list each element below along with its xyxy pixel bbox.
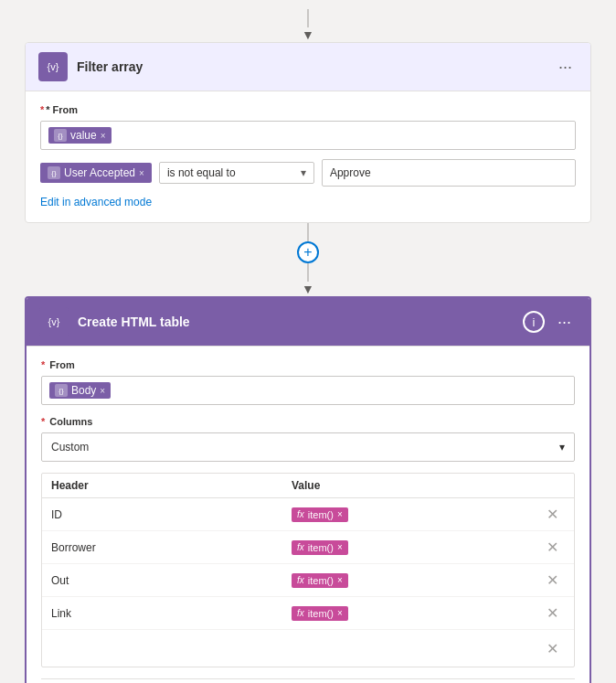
value-col-label: Value: [292, 479, 532, 492]
fx-value-id: item(): [308, 509, 334, 520]
fx-token-borrower: fx item() ×: [292, 540, 348, 555]
user-accepted-icon: {}: [48, 166, 60, 179]
table-row: ID fx item() × ✕: [42, 498, 574, 531]
columns-chevron-icon: ▾: [559, 441, 565, 454]
filter-array-body: ** From {} value × {} User Accepted × is…: [26, 91, 590, 222]
fx-value-out: item(): [308, 575, 334, 586]
fx-token-link: fx item() ×: [292, 606, 348, 621]
table-row: Link fx item() × ✕: [42, 597, 574, 630]
table-row-empty: ✕: [42, 630, 574, 667]
edit-advanced-button[interactable]: Edit in advanced mode: [40, 196, 152, 208]
operator-chevron-icon: ▾: [301, 166, 306, 179]
fx-label-out: fx: [297, 575, 304, 585]
header-text-out: Out: [51, 574, 69, 587]
filter-array-icon-text: {v}: [48, 61, 59, 72]
create-html-title: Create HTML table: [78, 315, 523, 329]
header-cell-link[interactable]: Link: [48, 607, 292, 620]
top-connector: ▼: [302, 9, 314, 42]
filter-array-menu: ···: [553, 56, 578, 79]
filter-array-card: {v} Filter array ··· ** From {} value × …: [25, 42, 591, 223]
body-token-text: Body: [71, 384, 96, 397]
create-html-icon: {v}: [39, 307, 69, 336]
body-token: {} Body ×: [49, 382, 111, 399]
fx-value-link: item(): [308, 608, 334, 619]
operator-dropdown[interactable]: is not equal to ▾: [159, 162, 314, 184]
html-from-label: * From: [41, 359, 575, 370]
from-token-input[interactable]: {} value ×: [40, 121, 576, 150]
header-text-borrower: Borrower: [51, 541, 96, 554]
operator-value-input[interactable]: Approve: [322, 159, 576, 187]
table-row: Out fx item() × ✕: [42, 564, 574, 597]
user-accepted-close[interactable]: ×: [139, 168, 144, 178]
header-col-label: Header: [51, 479, 292, 492]
columns-option-text: Custom: [51, 441, 89, 454]
header-text-link: Link: [51, 607, 71, 620]
create-html-table-card: {v} Create HTML table i ··· * From {} Bo…: [25, 296, 591, 683]
filter-array-title: Filter array: [77, 59, 553, 74]
value-token-close[interactable]: ×: [101, 131, 106, 141]
fx-close-link[interactable]: ×: [337, 608, 343, 618]
connector-line-2b: [307, 263, 309, 282]
add-between-button-1[interactable]: +: [297, 241, 319, 263]
value-cell-borrower: fx item() ×: [292, 540, 536, 555]
plus-icon-1: +: [303, 244, 312, 261]
value-cell-out: fx item() ×: [292, 573, 536, 588]
connector-2: + ▼: [297, 223, 319, 296]
body-token-close[interactable]: ×: [100, 386, 105, 396]
filter-array-dots-button[interactable]: ···: [553, 56, 578, 79]
fx-value-borrower: item(): [308, 542, 334, 553]
delete-row-borrower-button[interactable]: ✕: [536, 539, 568, 556]
fx-token-out: fx item() ×: [292, 573, 348, 588]
header-text-id: ID: [51, 508, 62, 521]
fx-close-out[interactable]: ×: [337, 575, 343, 585]
columns-table: Header Value ID fx item() × ✕: [41, 473, 575, 667]
html-from-token-input[interactable]: {} Body ×: [41, 376, 575, 405]
body-token-icon: {}: [55, 384, 68, 397]
header-cell-borrower[interactable]: Borrower: [48, 541, 292, 554]
filter-array-icon: {v}: [38, 52, 68, 81]
columns-section: * Columns Custom ▾: [41, 416, 575, 462]
from-label: ** From: [40, 104, 576, 115]
header-cell-id[interactable]: ID: [48, 508, 292, 521]
operator-value-text: Approve: [330, 166, 371, 179]
user-accepted-text: User Accepted: [64, 166, 135, 179]
create-html-body: * From {} Body × * Columns Custom ▾: [27, 347, 589, 683]
arrow-down-icon-2: ▼: [302, 282, 314, 296]
delete-row-id-button[interactable]: ✕: [536, 506, 568, 523]
fx-label-borrower: fx: [297, 542, 304, 552]
value-token-icon: {}: [54, 129, 67, 142]
connector-line-2: [307, 223, 309, 241]
fx-close-id[interactable]: ×: [337, 509, 343, 519]
info-button[interactable]: i: [523, 311, 545, 333]
connector-line-top: [307, 9, 309, 27]
fx-label-link: fx: [297, 608, 304, 618]
operator-text: is not equal to: [167, 166, 236, 179]
columns-table-header: Header Value: [42, 474, 574, 498]
arrow-down-icon: ▼: [302, 27, 314, 42]
value-cell-id: fx item() ×: [292, 507, 536, 522]
user-accepted-token: {} User Accepted ×: [40, 163, 152, 183]
create-html-table-header: {v} Create HTML table i ···: [27, 298, 589, 347]
filter-array-header: {v} Filter array ···: [26, 43, 590, 91]
value-token-text: value: [70, 129, 97, 142]
columns-label: * Columns: [41, 416, 575, 427]
fx-close-borrower[interactable]: ×: [337, 542, 343, 552]
table-row: Borrower fx item() × ✕: [42, 531, 574, 564]
columns-dropdown[interactable]: Custom ▾: [41, 432, 575, 462]
filter-condition-row: {} User Accepted × is not equal to ▾ App…: [40, 159, 576, 187]
delete-row-out-button[interactable]: ✕: [536, 571, 568, 589]
header-cell-out[interactable]: Out: [48, 574, 292, 587]
create-html-menu: i ···: [523, 311, 577, 334]
create-html-dots-button[interactable]: ···: [552, 311, 577, 334]
fx-label-id: fx: [297, 509, 304, 519]
delete-row-empty-button[interactable]: ✕: [536, 640, 568, 657]
fx-token-id: fx item() ×: [292, 507, 348, 522]
value-token: {} value ×: [48, 127, 112, 144]
delete-row-link-button[interactable]: ✕: [536, 604, 568, 622]
advanced-section: Hide advanced options: [41, 678, 575, 683]
value-cell-link: fx item() ×: [292, 606, 536, 621]
create-html-icon-text: {v}: [48, 316, 60, 327]
